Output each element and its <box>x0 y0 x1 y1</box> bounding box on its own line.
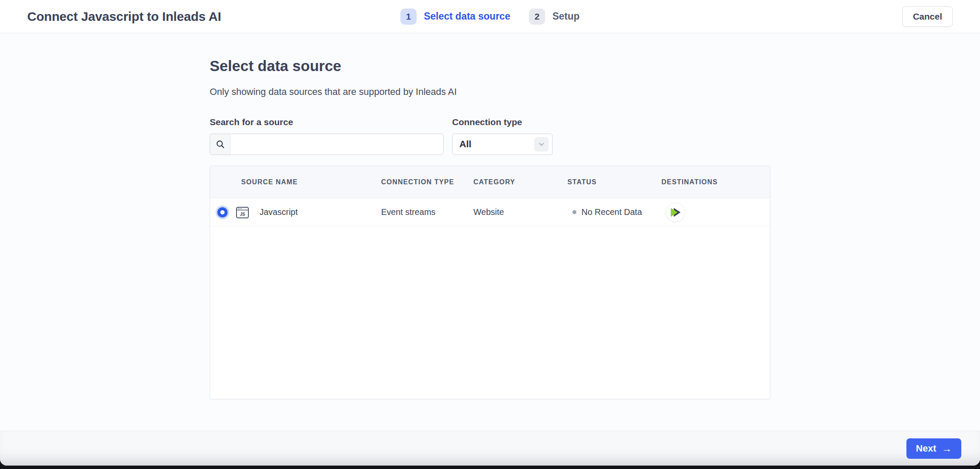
connection-type-label: Connection type <box>452 117 553 127</box>
step-select-data-source[interactable]: 1 Select data source <box>400 9 510 25</box>
page-title: Select data source <box>210 57 770 74</box>
footer-bar: Next → <box>0 431 980 466</box>
connect-source-modal: Connect Javascript to Inleads AI 1 Selec… <box>0 0 980 466</box>
step-setup[interactable]: 2 Setup <box>529 9 580 25</box>
step-2-label: Setup <box>553 11 580 22</box>
step-1-badge: 1 <box>400 9 416 25</box>
window-title: Connect Javascript to Inleads AI <box>27 9 221 24</box>
next-button-label: Next <box>916 443 936 454</box>
connection-type-cell: Event streams <box>381 207 473 217</box>
status-text: No Recent Data <box>581 207 642 217</box>
stepper: 1 Select data source 2 Setup <box>400 9 579 25</box>
source-name: Javascript <box>259 207 298 217</box>
page-subtitle: Only showing data sources that are suppo… <box>210 86 770 97</box>
main-content: Select data source Only showing data sou… <box>210 57 770 399</box>
search-box <box>210 134 444 155</box>
search-icon-segment <box>210 134 231 154</box>
search-input[interactable] <box>231 134 443 154</box>
column-header-connection-type: CONNECTION TYPE <box>381 178 473 186</box>
connection-type-group: Connection type All <box>452 117 553 155</box>
cancel-button[interactable]: Cancel <box>902 6 953 27</box>
column-header-category: CATEGORY <box>473 178 567 186</box>
connection-type-value: All <box>459 139 471 150</box>
column-header-destinations: DESTINATIONS <box>661 178 770 186</box>
table-header-row: SOURCE NAME CONNECTION TYPE CATEGORY STA… <box>210 166 770 198</box>
sources-table: SOURCE NAME CONNECTION TYPE CATEGORY STA… <box>210 166 770 399</box>
step-1-label: Select data source <box>424 11 510 22</box>
arrow-right-icon: → <box>942 443 952 454</box>
svg-text:JS: JS <box>240 212 245 217</box>
status-cell: No Recent Data <box>567 207 661 217</box>
source-cell: JS Javascript <box>210 206 381 219</box>
next-button[interactable]: Next → <box>906 438 961 459</box>
top-bar: Connect Javascript to Inleads AI 1 Selec… <box>0 0 980 33</box>
category-cell: Website <box>473 207 567 217</box>
step-2-badge: 2 <box>529 9 545 25</box>
filter-controls: Search for a source Connection type <box>210 117 770 155</box>
destinations-cell <box>661 203 770 222</box>
table-row-javascript[interactable]: JS Javascript Event streams Website No R… <box>210 198 770 226</box>
chevron-box <box>534 137 549 152</box>
column-header-source-name: SOURCE NAME <box>210 178 381 186</box>
search-group: Search for a source <box>210 117 444 155</box>
connection-type-select[interactable]: All <box>452 134 553 155</box>
column-header-status: STATUS <box>567 178 661 186</box>
status-dot-icon <box>573 210 576 214</box>
search-icon <box>216 140 225 149</box>
chevron-down-icon <box>538 140 545 148</box>
source-radio-selected[interactable] <box>217 207 228 217</box>
inleads-ai-logo <box>666 203 685 222</box>
javascript-browser-window-icon: JS <box>236 206 249 219</box>
search-label: Search for a source <box>210 117 444 127</box>
